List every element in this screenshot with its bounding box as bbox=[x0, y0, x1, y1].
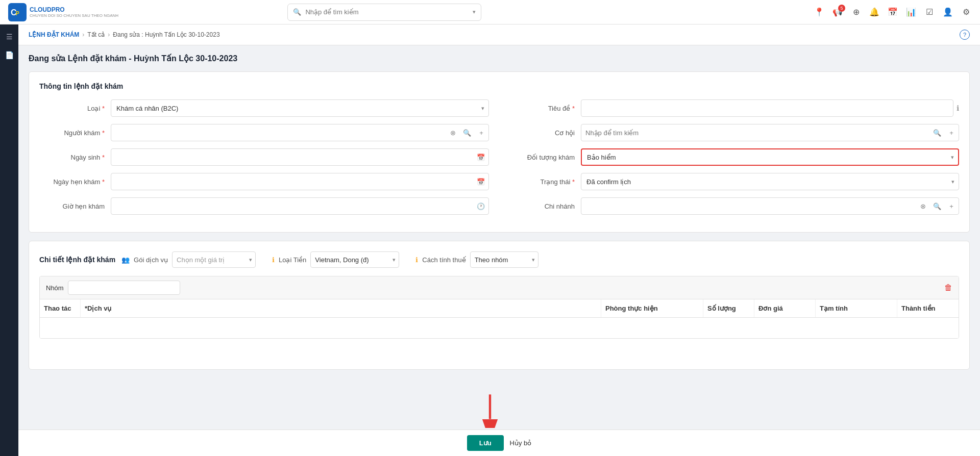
goi-dv-select[interactable]: Chọn một giá trị bbox=[173, 256, 249, 264]
chi-nhanh-input-wrap: Vạn Phúc ⊗ 🔍 + bbox=[581, 197, 959, 215]
chi-nhanh-clear-icon[interactable]: ⊗ bbox=[916, 198, 930, 214]
co-hoi-add-icon[interactable]: + bbox=[944, 124, 959, 141]
breadcrumb-sep1: › bbox=[82, 31, 84, 38]
settings-icon[interactable]: ⚙ bbox=[961, 7, 972, 18]
trang-thai-select[interactable]: Đã confirm lịch bbox=[581, 173, 959, 190]
location-icon[interactable]: 📍 bbox=[814, 7, 825, 18]
loai-tien-select-wrap[interactable]: Vietnam, Dong (đ) ▾ bbox=[310, 251, 399, 268]
chi-nhanh-row: Chi nhánh Vạn Phúc ⊗ 🔍 + bbox=[509, 197, 959, 215]
goi-dv-wrap: 👥 Gói dịch vụ Chọn một giá trị ▾ bbox=[121, 251, 256, 268]
col-thao-tac: Thao tác bbox=[40, 299, 81, 317]
co-hoi-input[interactable] bbox=[581, 129, 930, 137]
nguoi-kham-input-wrap: Huỳnh Tấn Lộc ⊗ 🔍 + bbox=[111, 124, 489, 141]
doi-tuong-select[interactable]: Bảo hiểm Dịch vụ bbox=[582, 149, 958, 165]
loai-tien-arrow: ▾ bbox=[393, 257, 396, 263]
cach-tinh-arrow: ▾ bbox=[532, 257, 535, 263]
search-input[interactable] bbox=[305, 8, 469, 16]
breadcrumb-current: Đang sửa : Huỳnh Tấn Lộc 30-10-2023 bbox=[113, 31, 219, 38]
nguoi-kham-row: Người khám * Huỳnh Tấn Lộc ⊗ 🔍 + bbox=[39, 124, 489, 141]
doi-tuong-control: Bảo hiểm Dịch vụ ▾ bbox=[581, 148, 959, 166]
trang-thai-select-wrap[interactable]: Đã confirm lịch ▾ bbox=[581, 173, 959, 190]
loai-select-wrap[interactable]: Khám cá nhân (B2C) ▾ bbox=[111, 99, 489, 117]
section1-title: Thông tin lệnh đặt khám bbox=[39, 82, 959, 90]
loai-row: Loại * Khám cá nhân (B2C) ▾ bbox=[39, 99, 489, 117]
loai-select[interactable]: Khám cá nhân (B2C) bbox=[111, 100, 488, 116]
logo-subtitle: CHUYEN DOI SO CHUYEN SAU THEO NGANH bbox=[30, 13, 118, 18]
breadcrumb-level1[interactable]: Tất cả bbox=[87, 31, 105, 38]
col-phong: Phòng thực hiện bbox=[601, 299, 703, 317]
goi-dv-select-wrap[interactable]: Chọn một giá trị ▾ bbox=[172, 251, 256, 268]
nguoi-kham-add-icon[interactable]: + bbox=[474, 124, 488, 141]
ngay-sinh-input[interactable]: 01-12-1997 bbox=[111, 148, 489, 166]
chi-nhanh-search-icon[interactable]: 🔍 bbox=[930, 198, 944, 214]
goi-dv-arrow: ▾ bbox=[249, 257, 252, 263]
breadcrumb: LỆNH ĐẶT KHÁM › Tất cả › Đang sửa : Huỳn… bbox=[18, 24, 980, 45]
col-thanh-tien: Thành tiền bbox=[897, 299, 959, 317]
help-icon[interactable]: ? bbox=[960, 30, 970, 40]
navbar-logo[interactable]: C P CLOUDPRO CHUYEN DOI SO CHUYEN SAU TH… bbox=[8, 3, 118, 21]
calendar-icon[interactable]: 📅 bbox=[887, 7, 898, 18]
chi-nhanh-control: Vạn Phúc ⊗ 🔍 + bbox=[581, 197, 959, 215]
sidebar-menu-icon[interactable]: ☰ bbox=[1, 29, 17, 45]
co-hoi-label: Cơ hội bbox=[509, 129, 581, 137]
navbar-right: 📍 📢 5 ⊕ 🔔 📅 📊 ☑ 👤 ⚙ bbox=[814, 7, 972, 18]
sidebar-doc-icon[interactable]: 📄 bbox=[1, 47, 17, 63]
col-dich-vu: *Dịch vụ bbox=[81, 299, 601, 317]
nguoi-kham-search-icon[interactable]: 🔍 bbox=[460, 124, 474, 141]
bell-icon[interactable]: 🔔 bbox=[869, 7, 880, 18]
doi-tuong-row: Đối tượng khám Bảo hiểm Dịch vụ ▾ bbox=[509, 148, 959, 166]
logo-name: CLOUDPRO bbox=[30, 6, 118, 13]
section1-form: Loại * Khám cá nhân (B2C) ▾ bbox=[39, 99, 959, 222]
section2-title: Chi tiết lệnh đặt khám bbox=[39, 256, 115, 264]
sidebar: ☰ 📄 bbox=[0, 24, 18, 386]
cach-tinh-select[interactable]: Theo nhóm bbox=[471, 256, 532, 264]
megaphone-icon[interactable]: 📢 5 bbox=[832, 7, 843, 18]
ngay-sinh-label: Ngày sinh * bbox=[39, 154, 111, 161]
nhom-label: Nhóm bbox=[46, 284, 64, 292]
svg-text:P: P bbox=[16, 11, 19, 16]
delete-group-icon[interactable]: 🗑 bbox=[944, 283, 952, 292]
tieu-de-control: Huỳnh Tấn Lộc 30-10-2023 ℹ bbox=[581, 99, 959, 117]
section1-card: Thông tin lệnh đặt khám Loại * Khám cá n… bbox=[29, 71, 970, 233]
breadcrumb-sep2: › bbox=[108, 31, 110, 38]
breadcrumb-root[interactable]: LỆNH ĐẶT KHÁM bbox=[29, 31, 79, 38]
col-don-gia: Đơn giá bbox=[754, 299, 816, 317]
ngay-sinh-control: 01-12-1997 📅 bbox=[111, 148, 489, 166]
ngay-sinh-row: Ngày sinh * 01-12-1997 📅 bbox=[39, 148, 489, 166]
search-dropdown-icon[interactable]: ▾ bbox=[473, 9, 476, 15]
page-body: Đang sửa Lệnh đặt khám - Huỳnh Tấn Lộc 3… bbox=[18, 45, 980, 386]
navbar: C P CLOUDPRO CHUYEN DOI SO CHUYEN SAU TH… bbox=[0, 0, 980, 24]
loai-tien-wrap: ℹ Loại Tiền Vietnam, Dong (đ) ▾ bbox=[272, 251, 399, 268]
goi-dv-icon: 👥 bbox=[121, 256, 130, 264]
nguoi-kham-clear-icon[interactable]: ⊗ bbox=[446, 124, 460, 141]
chi-nhanh-input[interactable]: Vạn Phúc bbox=[581, 202, 916, 210]
col-tam-tinh: Tạm tính bbox=[816, 299, 897, 317]
user-icon[interactable]: 👤 bbox=[942, 7, 953, 18]
nhom-input[interactable] bbox=[68, 281, 180, 295]
co-hoi-search-icon[interactable]: 🔍 bbox=[930, 124, 944, 141]
tieu-de-info-icon: ℹ bbox=[957, 104, 959, 112]
ngay-hen-row: Ngày hẹn khám * 30-10-2023 📅 bbox=[39, 173, 489, 190]
cach-tinh-label: Cách tính thuế bbox=[422, 256, 465, 264]
loai-tien-select[interactable]: Vietnam, Dong (đ) bbox=[311, 256, 393, 264]
loai-label: Loại * bbox=[39, 105, 111, 112]
loai-control: Khám cá nhân (B2C) ▾ bbox=[111, 99, 489, 117]
chi-nhanh-add-icon[interactable]: + bbox=[944, 198, 959, 214]
checkbox-icon[interactable]: ☑ bbox=[924, 7, 935, 18]
nguoi-kham-input[interactable]: Huỳnh Tấn Lộc bbox=[111, 129, 446, 137]
tieu-de-input[interactable]: Huỳnh Tấn Lộc 30-10-2023 bbox=[581, 99, 953, 117]
form-right: Tiêu đề * Huỳnh Tấn Lộc 30-10-2023 ℹ Cơ … bbox=[509, 99, 959, 222]
doi-tuong-label: Đối tượng khám bbox=[509, 154, 581, 161]
chart-icon[interactable]: 📊 bbox=[905, 7, 917, 18]
tieu-de-label: Tiêu đề * bbox=[509, 105, 581, 112]
col-so-luong: Số lượng bbox=[703, 299, 754, 317]
loai-tien-info-icon: ℹ bbox=[272, 256, 275, 264]
trang-thai-control: Đã confirm lịch ▾ bbox=[581, 173, 959, 190]
trang-thai-row: Trạng thái * Đã confirm lịch ▾ bbox=[509, 173, 959, 190]
doi-tuong-select-wrap[interactable]: Bảo hiểm Dịch vụ ▾ bbox=[581, 148, 959, 166]
gio-hen-input[interactable]: 08:30 bbox=[111, 197, 489, 215]
search-bar[interactable]: 🔍 ▾ bbox=[287, 4, 481, 21]
add-circle-icon[interactable]: ⊕ bbox=[850, 7, 862, 18]
cach-tinh-select-wrap[interactable]: Theo nhóm ▾ bbox=[470, 251, 538, 268]
ngay-hen-input[interactable]: 30-10-2023 bbox=[111, 173, 489, 190]
